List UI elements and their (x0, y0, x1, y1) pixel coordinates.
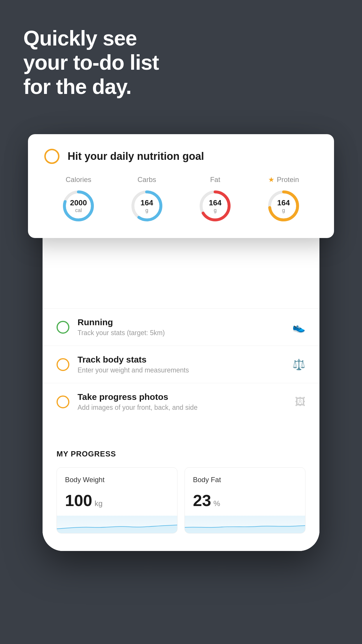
nutrition-row: Calories 2000 cal Carbs (44, 176, 318, 223)
todo-check-bodystats (57, 358, 69, 371)
scale-icon: ⚖️ (292, 358, 305, 371)
todo-text-photos: Take progress photos Add images of your … (78, 392, 287, 412)
protein-donut: 164 g (266, 188, 301, 223)
app-content: THINGS TO DO TODAY Running Track your st… (43, 184, 319, 551)
protein-value: 164 (277, 198, 290, 207)
body-weight-unit: kg (94, 499, 102, 508)
running-icon: 👟 (292, 321, 305, 333)
todo-title-photos: Take progress photos (78, 392, 287, 402)
carbs-donut: 164 g (129, 188, 164, 223)
body-weight-value-row: 100 kg (65, 491, 169, 510)
progress-header: MY PROGRESS (57, 449, 305, 459)
todo-item-running[interactable]: Running Track your stats (target: 5km) 👟 (43, 308, 319, 346)
todo-check-running (57, 321, 69, 334)
todo-text-bodystats: Track body stats Enter your weight and m… (78, 355, 284, 374)
protein-unit: g (277, 207, 290, 214)
body-weight-title: Body Weight (65, 476, 169, 484)
todo-item-photos[interactable]: Take progress photos Add images of your … (43, 383, 319, 420)
nutrition-check-circle (44, 149, 59, 164)
body-fat-title: Body Fat (193, 476, 297, 484)
calories-unit: cal (70, 207, 87, 214)
body-weight-value: 100 (65, 491, 92, 510)
todo-title-running: Running (78, 317, 284, 327)
todo-subtitle-running: Track your stats (target: 5km) (78, 329, 284, 337)
calories-donut: 2000 cal (61, 188, 96, 223)
protein-item: ★ Protein 164 g (266, 176, 301, 223)
fat-unit: g (209, 207, 222, 214)
nutrition-card: Hit your daily nutrition goal Calories 2… (28, 134, 334, 238)
card-title-row: Hit your daily nutrition goal (44, 149, 318, 164)
body-fat-unit: % (213, 499, 220, 508)
body-weight-card[interactable]: Body Weight 100 kg (57, 467, 178, 533)
fat-item: Fat 164 g (198, 176, 233, 223)
todo-list: Running Track your stats (target: 5km) 👟… (43, 308, 319, 420)
todo-subtitle-photos: Add images of your front, back, and side (78, 404, 287, 412)
fat-donut: 164 g (198, 188, 233, 223)
calories-value: 2000 (70, 198, 87, 207)
todo-text-running: Running Track your stats (target: 5km) (78, 317, 284, 337)
hero-text: Quickly see your to-do list for the day. (23, 26, 159, 99)
calories-label: Calories (66, 176, 91, 184)
nutrition-card-title: Hit your daily nutrition goal (68, 150, 204, 162)
progress-cards: Body Weight 100 kg Bo (57, 467, 305, 533)
todo-item-bodystats[interactable]: Track body stats Enter your weight and m… (43, 346, 319, 383)
photo-icon: 🖼 (295, 396, 305, 408)
body-fat-card[interactable]: Body Fat 23 % (184, 467, 305, 533)
todo-subtitle-bodystats: Enter your weight and measurements (78, 366, 284, 374)
todo-title-bodystats: Track body stats (78, 355, 284, 365)
todo-check-photos (57, 396, 69, 408)
body-fat-value: 23 (193, 491, 211, 510)
carbs-label: Carbs (138, 176, 156, 184)
body-weight-sparkline (57, 516, 177, 533)
carbs-unit: g (140, 207, 153, 214)
progress-section: MY PROGRESS Body Weight 100 kg (43, 438, 319, 533)
body-fat-value-row: 23 % (193, 491, 297, 510)
fat-label: Fat (210, 176, 220, 184)
protein-label: ★ Protein (268, 176, 299, 184)
star-icon: ★ (268, 176, 275, 184)
calories-item: Calories 2000 cal (61, 176, 96, 223)
fat-value: 164 (209, 198, 222, 207)
carbs-value: 164 (140, 198, 153, 207)
carbs-item: Carbs 164 g (129, 176, 164, 223)
body-fat-sparkline (185, 516, 305, 533)
